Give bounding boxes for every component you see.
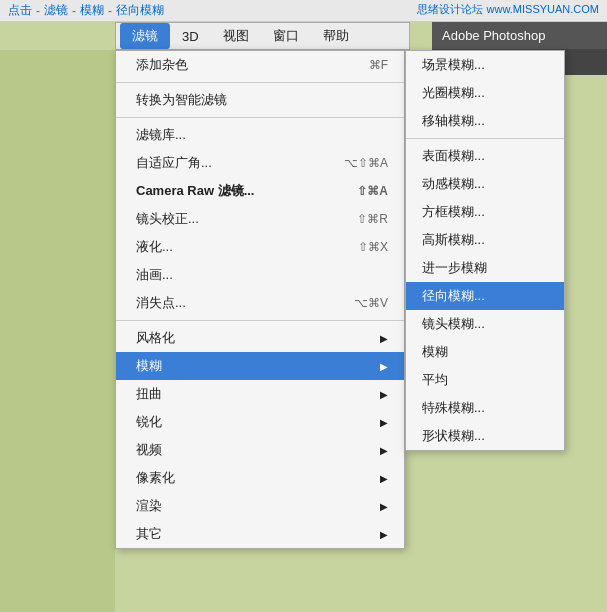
menu-item-filter[interactable]: 滤镜	[120, 23, 170, 49]
filter-liquify[interactable]: 液化... ⇧⌘X	[116, 233, 404, 261]
separator-1	[116, 82, 404, 83]
blur-radial[interactable]: 径向模糊...	[406, 282, 564, 310]
separator-3	[116, 320, 404, 321]
filter-distort[interactable]: 扭曲	[116, 380, 404, 408]
menu-bar: 滤镜 3D 视图 窗口 帮助 添加杂色 ⌘F 转换为智能滤镜 滤镜库...	[115, 22, 410, 50]
filter-lens-correction[interactable]: 镜头校正... ⇧⌘R	[116, 205, 404, 233]
blur-iris[interactable]: 光圈模糊...	[406, 79, 564, 107]
filter-dropdown: 添加杂色 ⌘F 转换为智能滤镜 滤镜库... 自适应广角... ⌥⇧⌘A Cam…	[115, 50, 405, 549]
filter-vanishing-point[interactable]: 消失点... ⌥⌘V	[116, 289, 404, 317]
breadcrumb-filter[interactable]: 滤镜	[44, 2, 68, 19]
menu-item-window[interactable]: 窗口	[261, 23, 311, 49]
filter-oilpaint[interactable]: 油画...	[116, 261, 404, 289]
filter-pixelate[interactable]: 像素化	[116, 464, 404, 492]
breadcrumb-radial-blur[interactable]: 径向模糊	[116, 2, 164, 19]
blur-lens[interactable]: 镜头模糊...	[406, 310, 564, 338]
filter-video[interactable]: 视频	[116, 436, 404, 464]
sub-sep-1	[406, 138, 564, 139]
blur-motion[interactable]: 动感模糊...	[406, 170, 564, 198]
watermark: 思绪设计论坛 www.MISSYUAN.COM	[417, 2, 599, 17]
menu-container: 滤镜 3D 视图 窗口 帮助 添加杂色 ⌘F 转换为智能滤镜 滤镜库...	[115, 22, 410, 50]
filter-camera-raw[interactable]: Camera Raw 滤镜... ⇧⌘A	[116, 177, 404, 205]
filter-adaptive-wide[interactable]: 自适应广角... ⌥⇧⌘A	[116, 149, 404, 177]
blur-scene[interactable]: 场景模糊...	[406, 51, 564, 79]
breadcrumb-blur[interactable]: 模糊	[80, 2, 104, 19]
filter-blur[interactable]: 模糊	[116, 352, 404, 380]
blur-blur[interactable]: 模糊	[406, 338, 564, 366]
filter-other[interactable]: 其它	[116, 520, 404, 548]
menu-item-3d[interactable]: 3D	[170, 25, 211, 48]
menu-item-help[interactable]: 帮助	[311, 23, 361, 49]
breadcrumb-click[interactable]: 点击	[8, 2, 32, 19]
blur-gaussian[interactable]: 高斯模糊...	[406, 226, 564, 254]
blur-average[interactable]: 平均	[406, 366, 564, 394]
blur-surface[interactable]: 表面模糊...	[406, 142, 564, 170]
filter-gallery[interactable]: 滤镜库...	[116, 121, 404, 149]
blur-shape[interactable]: 形状模糊...	[406, 422, 564, 450]
blur-submenu: 场景模糊... 光圈模糊... 移轴模糊... 表面模糊... 动感模糊... …	[405, 50, 565, 451]
filter-smart-filter[interactable]: 转换为智能滤镜	[116, 86, 404, 114]
blur-box[interactable]: 方框模糊...	[406, 198, 564, 226]
menu-item-view[interactable]: 视图	[211, 23, 261, 49]
blur-smart[interactable]: 特殊模糊...	[406, 394, 564, 422]
filter-add-noise[interactable]: 添加杂色 ⌘F	[116, 51, 404, 79]
blur-tilt-shift[interactable]: 移轴模糊...	[406, 107, 564, 135]
separator-2	[116, 117, 404, 118]
filter-sharpen[interactable]: 锐化	[116, 408, 404, 436]
filter-stylize[interactable]: 风格化	[116, 324, 404, 352]
ps-panel-title-text: Adobe Photoshop	[442, 28, 545, 43]
filter-render[interactable]: 渲染	[116, 492, 404, 520]
ps-panel-title: Adobe Photoshop	[432, 22, 607, 49]
canvas-background	[0, 50, 115, 612]
blur-more[interactable]: 进一步模糊	[406, 254, 564, 282]
